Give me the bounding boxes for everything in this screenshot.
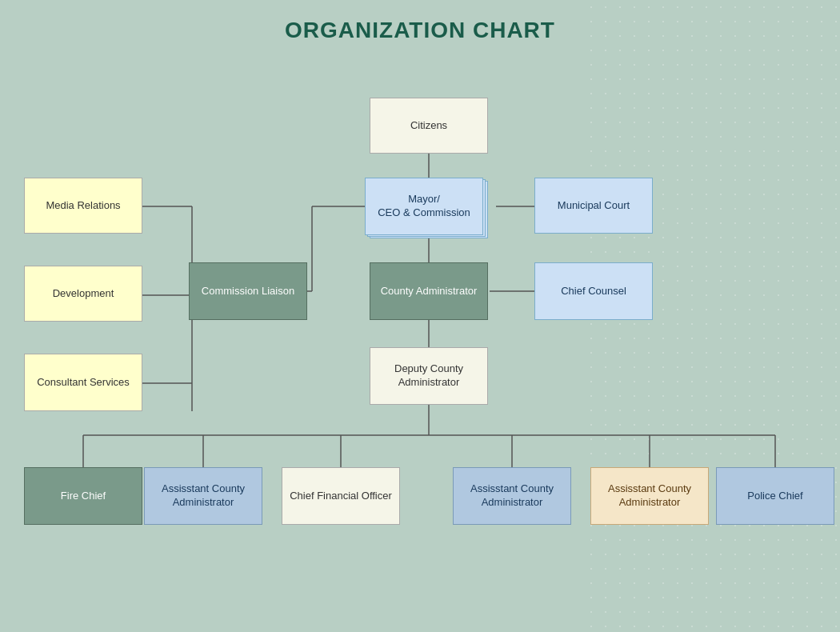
consultant-services-box: Consultant Services xyxy=(24,354,142,411)
page-title: ORGANIZATION CHART xyxy=(0,0,840,51)
county-admin-box: County Administrator xyxy=(370,262,488,320)
police-chief-box: Police Chief xyxy=(716,467,834,525)
asst-admin-1-box: Assisstant County Administrator xyxy=(144,467,262,525)
cfo-box: Chief Financial Officer xyxy=(282,467,400,525)
asst-admin-3-box: Assisstant County Administrator xyxy=(590,467,709,525)
citizens-box: Citizens xyxy=(370,98,488,154)
asst-admin-2-box: Assisstant County Administrator xyxy=(453,467,571,525)
municipal-court-box: Municipal Court xyxy=(534,178,653,234)
fire-chief-box: Fire Chief xyxy=(24,467,142,525)
mayor-box: Mayor/CEO & Commission xyxy=(365,178,483,235)
deputy-county-admin-box: Deputy County Administrator xyxy=(370,347,488,405)
commission-liaison-box: Commission Liaison xyxy=(189,262,307,320)
chief-counsel-box: Chief Counsel xyxy=(534,262,653,320)
development-box: Development xyxy=(24,266,142,322)
media-relations-box: Media Relations xyxy=(24,178,142,234)
org-chart: Citizens Mayor/CEO & Commission Municipa… xyxy=(0,51,840,632)
